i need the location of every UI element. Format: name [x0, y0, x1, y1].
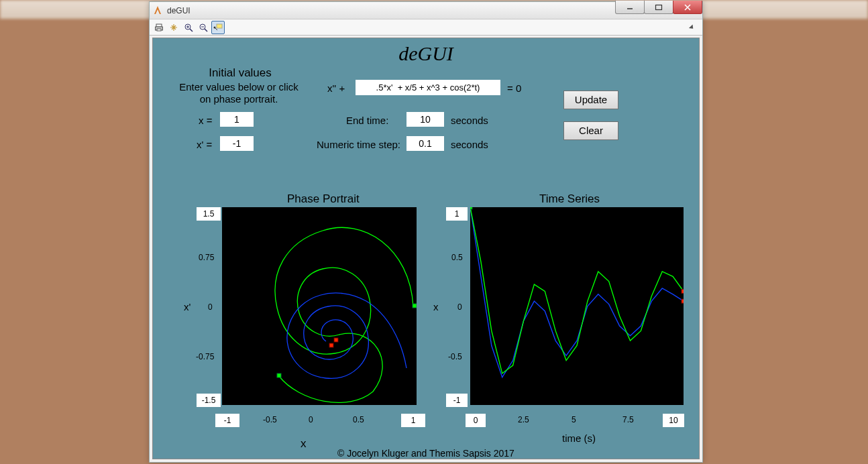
time-step-label: Numeric time step: — [317, 139, 400, 150]
equation-prefix: x'' + — [327, 82, 345, 94]
xprime-input[interactable] — [220, 136, 254, 151]
phase-xtick: -0.5 — [263, 415, 277, 424]
phase-xtick-right[interactable] — [401, 414, 425, 427]
ts-title: Time Series — [539, 192, 600, 206]
svg-rect-21 — [682, 299, 684, 303]
svg-rect-20 — [329, 343, 333, 347]
maximize-button[interactable] — [644, 1, 673, 14]
equation-input[interactable] — [356, 80, 500, 95]
window-title: deGUI — [167, 6, 191, 15]
initial-values-heading: Initial values — [180, 66, 301, 80]
phase-title: Phase Portrait — [287, 192, 360, 206]
ts-ytick: 0 — [457, 302, 462, 312]
pan-icon[interactable] — [167, 21, 180, 34]
zoom-out-icon[interactable] — [197, 21, 210, 34]
phase-xtick: 0 — [309, 415, 313, 424]
equation-suffix: = 0 — [507, 82, 521, 94]
phase-ylabel: x' — [184, 301, 191, 312]
update-button[interactable]: Update — [563, 91, 618, 109]
phase-plot[interactable] — [222, 207, 417, 405]
svg-line-8 — [190, 29, 193, 32]
phase-ytick-top[interactable] — [197, 207, 221, 221]
svg-rect-4 — [156, 24, 162, 27]
phase-xtick-left[interactable] — [215, 414, 239, 427]
ts-xlabel: time (s) — [562, 432, 596, 444]
phase-ytick: 0 — [208, 302, 213, 312]
svg-rect-22 — [682, 289, 684, 293]
svg-rect-19 — [334, 338, 338, 342]
phase-ytick: 0.75 — [199, 253, 214, 262]
end-time-label: End time: — [346, 115, 388, 126]
phase-ytick-bottom[interactable] — [197, 394, 221, 407]
ts-xtick: 7.5 — [622, 415, 634, 424]
clear-button[interactable]: Clear — [563, 121, 618, 140]
xprime-label: x' = — [197, 139, 212, 150]
titlebar[interactable]: deGUI — [150, 2, 702, 19]
close-button[interactable] — [673, 1, 702, 14]
x-input[interactable] — [220, 112, 254, 127]
figure-canvas: deGUI Initial values Enter values below … — [152, 38, 700, 459]
figure-toolbar — [150, 19, 702, 36]
svg-rect-23 — [470, 207, 472, 209]
svg-line-12 — [205, 29, 207, 32]
ts-xtick: 2.5 — [518, 415, 529, 424]
data-cursor-icon[interactable] — [211, 21, 225, 34]
time-step-input[interactable] — [406, 136, 444, 151]
matlab-icon — [152, 5, 163, 16]
ts-xtick: 5 — [572, 415, 576, 424]
end-time-input[interactable] — [406, 112, 444, 127]
end-time-units: seconds — [451, 115, 488, 126]
svg-rect-1 — [656, 5, 662, 9]
svg-rect-6 — [157, 29, 161, 31]
zoom-in-icon[interactable] — [182, 21, 195, 34]
x-label: x = — [199, 115, 212, 126]
print-icon[interactable] — [152, 21, 166, 34]
footer-credit: © Jocelyn Kluger and Themis Sapsis 2017 — [153, 448, 699, 459]
svg-rect-17 — [413, 304, 417, 308]
svg-rect-14 — [217, 24, 222, 28]
app-window: deGUI — [149, 1, 703, 463]
svg-point-16 — [214, 26, 216, 28]
app-title: deGUI — [153, 42, 699, 65]
ts-xtick-right[interactable] — [663, 414, 684, 427]
minimize-button[interactable] — [615, 1, 645, 14]
ts-ytick-bottom[interactable] — [446, 394, 468, 407]
initial-instruction-1: Enter values below or click — [165, 81, 313, 93]
ts-ylabel: x — [433, 301, 439, 312]
ts-ytick: -0.5 — [448, 352, 462, 361]
initial-instruction-2: on phase portrait. — [165, 93, 313, 105]
svg-rect-18 — [277, 373, 281, 378]
phase-ytick: -0.75 — [196, 352, 214, 361]
ts-ytick: 0.5 — [451, 253, 463, 262]
toolbar-menu-arrow-icon[interactable] — [686, 21, 700, 34]
phase-xtick: 0.5 — [353, 415, 364, 424]
ts-plot[interactable] — [470, 207, 684, 405]
ts-xtick-left[interactable] — [466, 414, 486, 427]
time-step-units: seconds — [451, 139, 488, 150]
ts-ytick-top[interactable] — [446, 207, 468, 221]
